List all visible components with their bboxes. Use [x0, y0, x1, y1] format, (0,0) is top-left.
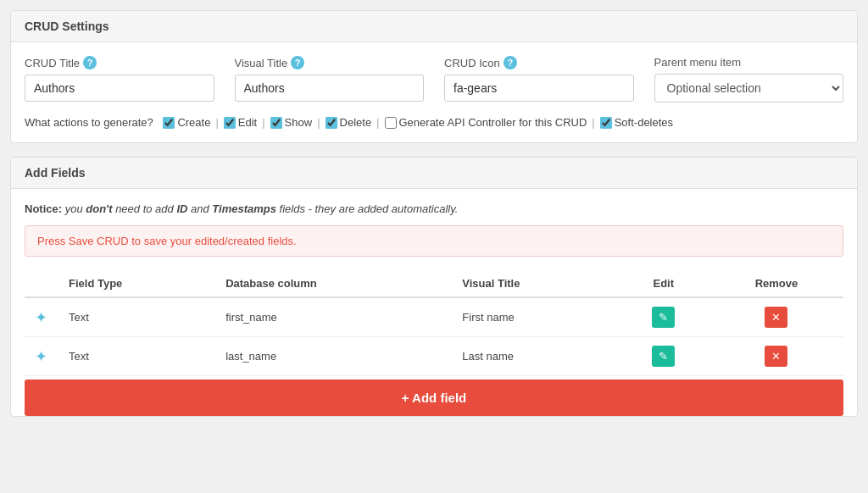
drag-handle-icon[interactable]: ✦ [35, 308, 47, 327]
field-type-cell: Text [58, 297, 215, 337]
drag-cell: ✦ [25, 297, 58, 337]
action-show-checkbox[interactable] [270, 117, 282, 129]
sep3: | [317, 116, 320, 129]
notice-text: Notice: you don't need to add ID and Tim… [25, 202, 843, 215]
action-delete-checkbox[interactable] [326, 117, 337, 129]
action-api-label[interactable]: Generate API Controller for this CRUD [385, 116, 587, 129]
notice-id: ID [176, 202, 187, 215]
database-column-cell: first_name [215, 297, 452, 337]
add-field-button[interactable]: + Add field [25, 379, 843, 416]
table-row: ✦ Text last_name Last name ✎ ✕ [25, 337, 843, 376]
sep2: | [262, 116, 264, 129]
action-show-label[interactable]: Show [270, 116, 313, 129]
visual-title-label: Visual Title ? [235, 56, 425, 69]
table-row: ✦ Text first_name First name ✎ ✕ [25, 297, 843, 337]
table-header-row: Field Type Database column Visual Title … [25, 270, 843, 297]
action-create-label[interactable]: Create [163, 116, 210, 129]
action-api-checkbox[interactable] [385, 117, 397, 129]
notice-prefix: Notice: [25, 202, 62, 215]
crud-title-label: CRUD Title ? [25, 56, 214, 69]
edit-cell: ✎ [618, 297, 709, 337]
remove-button[interactable]: ✕ [765, 307, 787, 328]
crud-icon-input[interactable] [444, 75, 634, 102]
th-visual-title: Visual Title [452, 270, 617, 297]
visual-title-group: Visual Title ? [235, 56, 425, 102]
action-create-text: Create [177, 116, 210, 129]
sep5: | [592, 116, 594, 129]
sep1: | [215, 116, 218, 129]
notice-timestamps: Timestamps [212, 202, 276, 215]
th-remove: Remove [709, 270, 843, 297]
fields-table: Field Type Database column Visual Title … [25, 270, 843, 376]
crud-title-group: CRUD Title ? [25, 56, 214, 102]
edit-button[interactable]: ✎ [652, 307, 675, 328]
remove-cell: ✕ [709, 337, 843, 376]
edit-cell: ✎ [618, 337, 709, 376]
crud-icon-help-icon[interactable]: ? [504, 56, 517, 69]
visual-title-help-icon[interactable]: ? [291, 56, 304, 69]
remove-cell: ✕ [709, 297, 843, 337]
crud-settings-panel: CRUD Settings CRUD Title ? Visual Title … [10, 10, 858, 143]
crud-icon-label: CRUD Icon ? [444, 56, 634, 69]
parent-menu-group: Parent menu item Optional selection [654, 56, 844, 102]
sep4: | [376, 116, 379, 129]
visual-title-input[interactable] [235, 75, 425, 102]
action-delete-label[interactable]: Delete [326, 116, 372, 129]
database-column-cell: last_name [215, 337, 452, 376]
notice-dont: don't [86, 202, 112, 215]
action-edit-checkbox[interactable] [224, 117, 236, 129]
visual-title-cell: Last name [452, 337, 617, 376]
edit-button[interactable]: ✎ [652, 346, 675, 367]
actions-spacer [157, 116, 160, 129]
th-drag [25, 270, 58, 297]
actions-label: What actions to generate? [25, 116, 153, 129]
parent-menu-select[interactable]: Optional selection [654, 74, 844, 102]
drag-handle-icon[interactable]: ✦ [35, 347, 47, 366]
add-fields-body: Notice: you don't need to add ID and Tim… [11, 189, 857, 416]
th-edit: Edit [618, 270, 709, 297]
crud-title-help-icon[interactable]: ? [83, 56, 97, 69]
action-create-checkbox[interactable] [163, 117, 175, 129]
remove-button[interactable]: ✕ [765, 346, 787, 367]
action-edit-text: Edit [238, 116, 257, 129]
field-type-cell: Text [58, 337, 215, 376]
action-show-text: Show [285, 116, 313, 129]
notice-body: you don't need to add ID and Timestamps … [65, 202, 459, 215]
action-softdeletes-checkbox[interactable] [600, 117, 612, 129]
action-edit-label[interactable]: Edit [224, 116, 257, 129]
save-alert: Press Save CRUD to save your edited/crea… [25, 225, 843, 257]
th-database-column: Database column [215, 270, 452, 297]
action-softdeletes-label[interactable]: Soft-deletes [600, 116, 673, 129]
crud-settings-form-row: CRUD Title ? Visual Title ? CRUD Icon ? [25, 56, 843, 102]
add-fields-header: Add Fields [11, 158, 857, 189]
actions-row: What actions to generate? Create | Edit … [25, 116, 843, 129]
crud-settings-header: CRUD Settings [11, 11, 857, 42]
action-api-text: Generate API Controller for this CRUD [399, 116, 587, 129]
crud-icon-group: CRUD Icon ? [444, 56, 634, 102]
crud-settings-body: CRUD Title ? Visual Title ? CRUD Icon ? [11, 42, 857, 142]
action-softdeletes-text: Soft-deletes [615, 116, 673, 129]
fields-tbody: ✦ Text first_name First name ✎ ✕ ✦ Text … [25, 297, 843, 376]
visual-title-cell: First name [452, 297, 617, 337]
crud-title-input[interactable] [25, 75, 214, 102]
th-field-type: Field Type [58, 270, 215, 297]
drag-cell: ✦ [25, 337, 58, 376]
add-fields-panel: Add Fields Notice: you don't need to add… [10, 157, 858, 417]
action-delete-text: Delete [340, 116, 372, 129]
parent-menu-label: Parent menu item [654, 56, 844, 69]
